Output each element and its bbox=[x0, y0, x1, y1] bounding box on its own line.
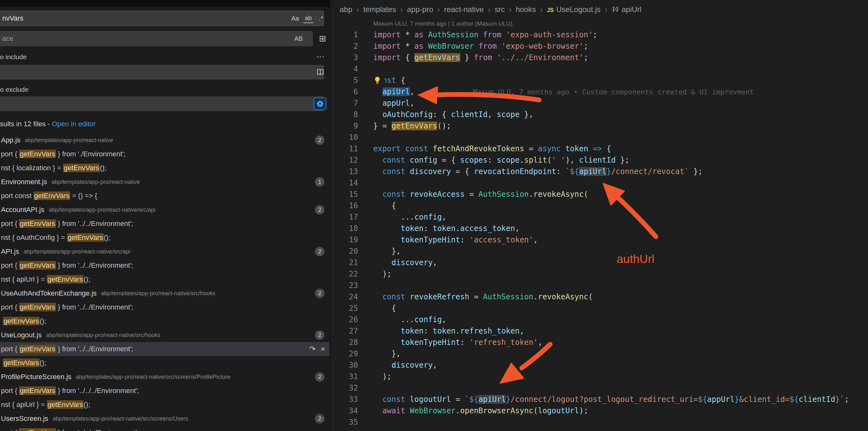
match-row[interactable]: nst { apiUrl } = getEnvVars(); bbox=[0, 272, 330, 287]
line-number[interactable]: 27 bbox=[330, 325, 358, 337]
code-line[interactable]: 14 bbox=[330, 177, 868, 189]
code-line[interactable]: 5const { bbox=[330, 75, 868, 86]
file-row[interactable]: UseAuthAndTokenExchange.jsabp/templates/… bbox=[0, 287, 330, 300]
line-number[interactable]: 35 bbox=[330, 417, 358, 428]
lightbulb-icon[interactable] bbox=[373, 76, 384, 85]
code-line[interactable]: 30 discovery, bbox=[330, 360, 868, 371]
code-line[interactable]: 24 const revokeRefresh = AuthSession.rev… bbox=[330, 291, 868, 302]
file-row[interactable]: UsersScreen.jsabp/templates/app-pro/reac… bbox=[0, 412, 330, 426]
line-number[interactable]: 17 bbox=[330, 211, 358, 223]
line-number[interactable]: 4 bbox=[330, 63, 358, 75]
match-row[interactable]: port { getEnvVars } from '../../../Envir… bbox=[0, 426, 330, 431]
line-number[interactable]: 28 bbox=[330, 337, 358, 348]
replace-icon[interactable]: ↷ bbox=[309, 344, 316, 354]
replace-all-button[interactable]: ⊞ bbox=[316, 32, 329, 45]
use-exclude-settings-toggle[interactable] bbox=[314, 97, 327, 110]
line-number[interactable]: 7 bbox=[330, 97, 358, 109]
code-line[interactable]: 20 }, bbox=[330, 245, 868, 257]
code-line[interactable]: 23 bbox=[330, 280, 868, 291]
match-row[interactable]: port { getEnvVars } from '../../../Envir… bbox=[0, 384, 330, 398]
code-line[interactable]: 4 bbox=[330, 63, 868, 75]
code-line[interactable]: 15 const revokeAccess = AuthSession.revo… bbox=[330, 189, 868, 200]
line-number[interactable]: 6 bbox=[330, 86, 358, 97]
open-editors-book-icon[interactable] bbox=[316, 68, 324, 77]
code-line[interactable]: 18 token: token.access_token, bbox=[330, 223, 868, 234]
code-line[interactable]: 25 { bbox=[330, 302, 868, 314]
match-row[interactable]: nst { localization } = getEnvVars(); bbox=[0, 161, 330, 175]
match-row[interactable]: port { getEnvVars } from './Environment'… bbox=[0, 147, 330, 161]
match-row[interactable]: port { getEnvVars } from '../../Environm… bbox=[0, 259, 330, 272]
line-number[interactable]: 29 bbox=[330, 348, 358, 360]
line-number[interactable]: 23 bbox=[330, 280, 358, 291]
line-number[interactable]: 14 bbox=[330, 177, 358, 189]
line-number[interactable]: 31 bbox=[330, 371, 358, 382]
search-input[interactable] bbox=[0, 11, 324, 26]
line-number[interactable]: 11 bbox=[330, 143, 358, 155]
line-number[interactable]: 8 bbox=[330, 109, 358, 120]
code-line[interactable]: 35 bbox=[330, 417, 868, 428]
line-number[interactable]: 3 bbox=[330, 52, 358, 63]
breadcrumb-file[interactable]: JSUseLogout.js bbox=[547, 5, 600, 14]
line-number[interactable]: 20 bbox=[330, 245, 358, 257]
breadcrumb-item[interactable]: app-pro bbox=[407, 5, 433, 14]
match-row[interactable]: port const getEnvVars = () => { bbox=[0, 189, 330, 203]
code-line[interactable]: 32 bbox=[330, 382, 868, 394]
line-number[interactable]: 13 bbox=[330, 166, 358, 177]
code-line[interactable]: 16 { bbox=[330, 200, 868, 211]
code-line[interactable]: 2import * as WebBrowser from 'expo-web-b… bbox=[330, 40, 868, 52]
line-number[interactable]: 34 bbox=[330, 405, 358, 417]
code-line[interactable]: 27 token: token.refresh_token, bbox=[330, 325, 868, 337]
whole-word-icon[interactable]: ab bbox=[303, 13, 314, 23]
match-row[interactable]: nst { apiUrl } = getEnvVars(); bbox=[0, 398, 330, 412]
code-line[interactable]: 7 appUrl, bbox=[330, 97, 868, 109]
line-number[interactable]: 2 bbox=[330, 40, 358, 52]
line-number[interactable]: 22 bbox=[330, 268, 358, 280]
replace-input[interactable] bbox=[0, 31, 313, 46]
match-case-icon[interactable]: Aa bbox=[289, 13, 301, 24]
file-row[interactable]: App.jsabp/templates/app-pro/react-native… bbox=[0, 133, 330, 147]
code-line[interactable]: 21 discovery, bbox=[330, 257, 868, 268]
code-line[interactable]: 28 tokenTypeHint: 'refresh_token', bbox=[330, 337, 868, 348]
match-row[interactable]: nst { oAuthConfig } = getEnvVars(); bbox=[0, 231, 330, 244]
line-number[interactable]: 18 bbox=[330, 223, 358, 234]
toggle-search-details-icon[interactable]: ⋯ bbox=[316, 52, 325, 62]
match-row[interactable]: port { getEnvVars } from '../../Environm… bbox=[0, 300, 330, 314]
line-number[interactable]: 21 bbox=[330, 257, 358, 268]
code-line[interactable]: 17 ...config, bbox=[330, 211, 868, 223]
code-line[interactable]: 1import * as AuthSession from 'expo-auth… bbox=[330, 29, 868, 40]
file-row[interactable]: AccountAPI.jsabp/templates/app-pro/react… bbox=[0, 203, 330, 217]
line-number[interactable]: 10 bbox=[330, 132, 358, 143]
line-number[interactable]: 16 bbox=[330, 200, 358, 211]
breadcrumb-item[interactable]: abp bbox=[340, 5, 352, 14]
line-number[interactable]: 32 bbox=[330, 382, 358, 394]
code-line[interactable]: 6 apiUrl,Masum ULU, 7 months ago • Custo… bbox=[330, 86, 868, 97]
code-line[interactable]: 13 const discovery = { revocationEndpoin… bbox=[330, 166, 868, 177]
regex-icon[interactable]: .* bbox=[316, 13, 327, 24]
preserve-case-icon[interactable]: AB bbox=[293, 33, 304, 44]
line-number[interactable]: 19 bbox=[330, 234, 358, 245]
line-number[interactable]: 30 bbox=[330, 360, 358, 371]
breadcrumb-item[interactable]: react-native bbox=[444, 5, 484, 14]
code-line[interactable]: 3import { getEnvVars } from '../../Envir… bbox=[330, 52, 868, 63]
code-line[interactable]: 33 const logoutUrl = `${apiUrl}/connect/… bbox=[330, 394, 868, 405]
dismiss-icon[interactable]: × bbox=[321, 344, 325, 354]
line-number[interactable]: 12 bbox=[330, 155, 358, 166]
file-row[interactable]: Environment.jsabp/templates/app-pro/reac… bbox=[0, 175, 330, 189]
file-row[interactable]: ProfilePictureScreen.jsabp/templates/app… bbox=[0, 370, 330, 384]
code-line[interactable]: 11export const fetchAndRevokeTokens = as… bbox=[330, 143, 868, 155]
breadcrumb-item[interactable]: src bbox=[495, 5, 505, 14]
line-number[interactable]: 25 bbox=[330, 302, 358, 314]
line-number[interactable]: 24 bbox=[330, 291, 358, 302]
match-row[interactable]: getEnvVars(); bbox=[0, 356, 330, 370]
code-line[interactable]: 29 }, bbox=[330, 348, 868, 360]
match-row[interactable]: port { getEnvVars } from '../../Environm… bbox=[0, 217, 330, 231]
match-row[interactable]: getEnvVars(); bbox=[0, 314, 330, 328]
code-line[interactable]: 10 bbox=[330, 132, 868, 143]
file-row[interactable]: API.jsabp/templates/app-pro/react-native… bbox=[0, 244, 330, 259]
files-exclude-input[interactable] bbox=[0, 97, 324, 111]
code-line[interactable]: 9} = getEnvVars(); bbox=[330, 120, 868, 132]
open-in-editor-link[interactable]: Open in editor bbox=[52, 120, 96, 128]
breadcrumb-symbol[interactable]: apiUrl bbox=[612, 5, 642, 14]
code-line[interactable]: 8 oAuthConfig: { clientId, scope }, bbox=[330, 109, 868, 120]
line-number[interactable]: 9 bbox=[330, 120, 358, 132]
